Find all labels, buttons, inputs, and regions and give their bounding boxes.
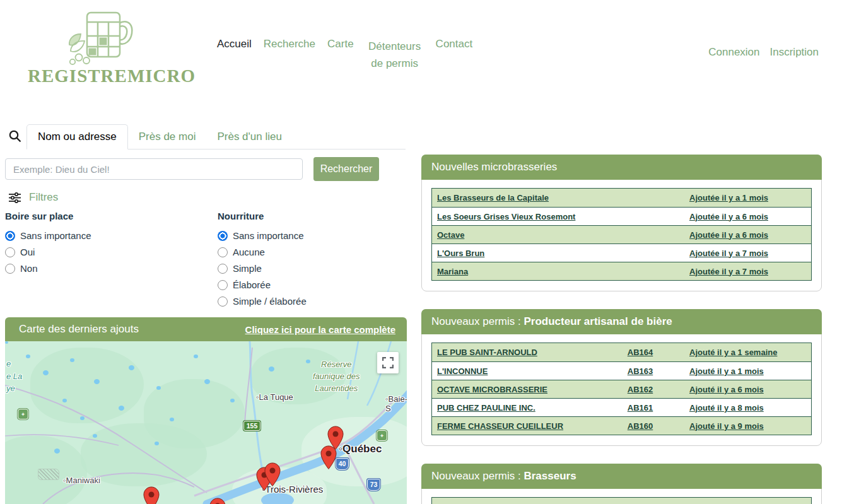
table-row: L'INCONNUEAB163Ajouté il y a 1 mois (432, 361, 811, 380)
row-name-link[interactable]: Les Brasseurs de la Capitale (432, 193, 687, 202)
radio-option-simple[interactable]: Simple (218, 263, 307, 274)
row-added-link[interactable]: Ajouté il y a 8 mois (672, 403, 811, 413)
map-marker-pin[interactable] (143, 486, 160, 504)
radio-label: Simple / élaborée (233, 296, 307, 307)
radio-button[interactable] (218, 247, 228, 257)
signup-link[interactable]: Inscription (770, 46, 819, 59)
table-row: OctaveAjoutée il y a 6 mois (432, 225, 811, 243)
panel-title-prefix: Nouveaux permis : (431, 315, 523, 328)
nav-item-detenteurs-de-permis[interactable]: Détenteurs de permis (366, 38, 424, 72)
map-marker-pin[interactable] (209, 498, 226, 504)
recent-map-panel: Carte des derniers ajouts Cliquez ici po… (5, 317, 407, 504)
route-shield-73: 73 (367, 479, 380, 491)
row-added-link[interactable]: Ajoutée il y a 7 mois (687, 267, 811, 276)
radio-button[interactable] (5, 264, 15, 274)
row-added-link[interactable]: Ajouté il y a 9 mois (672, 421, 811, 431)
nav-item-recherche[interactable]: Recherche (264, 38, 315, 50)
row-name-link[interactable]: Mariana (432, 267, 687, 276)
row-name-link[interactable]: OCTAVE MICROBRASSERIE (432, 385, 609, 394)
tab-nom-ou-adresse[interactable]: Nom ou adresse (26, 124, 128, 149)
panel-header: Nouveaux permis : Producteur artisanal d… (421, 309, 822, 334)
radio-label: Élaborée (233, 279, 271, 290)
fullscreen-icon (382, 357, 394, 368)
map-canvas[interactable]: Réserve faunique des Laurentidese e La y… (5, 341, 407, 504)
radio-button[interactable] (5, 231, 15, 241)
panel-title: Nouvelles microbrasseries (431, 161, 557, 173)
map-label-quebec: ◦Québec (339, 443, 382, 455)
search-icon (8, 129, 22, 143)
row-name-link[interactable]: FERME CHASSEUR CUEILLEUR (432, 421, 609, 431)
row-name-link[interactable]: L'INCONNUE (432, 366, 609, 376)
radio-button[interactable] (218, 264, 228, 274)
row-permit-link[interactable]: AB160 (609, 421, 672, 431)
radio-label: Sans importance (233, 230, 304, 241)
nav-item-contact[interactable]: Contact (436, 38, 473, 50)
full-map-link[interactable]: Cliquez ici pour la carte complète (245, 324, 395, 335)
row-permit-link[interactable]: AB161 (609, 403, 672, 413)
nav-item-accueil[interactable]: Accueil (217, 38, 252, 50)
nav-item-carte[interactable]: Carte (327, 38, 354, 50)
radio-button[interactable] (5, 247, 15, 257)
map-label-maniwaki: ◦Maniwaki (63, 476, 100, 485)
row-permit-link[interactable]: AB162 (609, 385, 672, 394)
row-name-link[interactable]: PUB CHEZ PAULINE INC. (432, 403, 609, 413)
map-label-reserve-faunique-des-laurentides: Réserve faunique des Laurentides (313, 359, 360, 395)
radio-label: Simple (233, 263, 262, 274)
radio-option-elaboree[interactable]: Élaborée (218, 279, 307, 290)
radio-label: Aucune (233, 247, 265, 257)
fullscreen-button[interactable] (377, 352, 399, 373)
table-row (432, 498, 811, 504)
row-added-link[interactable]: Ajouté il y a 6 mois (672, 385, 811, 394)
row-added-link[interactable]: Ajoutée il y a 1 mois (687, 193, 811, 202)
radio-option-oui[interactable]: Oui (5, 247, 93, 257)
park-icon: ✦ (377, 430, 387, 441)
radio-button[interactable] (218, 296, 228, 307)
search-tabs: Nom ou adressePrès de moiPrès d'un lieu (26, 124, 293, 149)
brand-name: REGISTREMICRO (28, 66, 185, 86)
row-name-link[interactable]: Octave (432, 230, 687, 240)
microbreweries-table: Les Brasseurs de la CapitaleAjoutée il y… (431, 188, 812, 281)
row-added-link[interactable]: Ajouté il y a 1 mois (672, 366, 811, 376)
site-logo[interactable]: REGISTREMICRO (28, 5, 185, 86)
tab-pres-dun-lieu[interactable]: Près d'un lieu (206, 124, 292, 149)
tab-pres-de-moi[interactable]: Près de moi (128, 124, 207, 149)
row-permit-link[interactable]: AB163 (609, 366, 672, 376)
row-added-link[interactable]: Ajoutée il y a 6 mois (687, 230, 811, 240)
search-button[interactable]: Rechercher (313, 157, 379, 181)
map-label-la-tuque: ◦La Tuque (256, 392, 293, 402)
page: REGISTREMICRO AccueilRechercheCarteDéten… (0, 0, 842, 504)
panel-title-bold: Producteur artisanal de bière (523, 315, 672, 328)
map-panel-title: Carte des derniers ajouts (19, 323, 139, 336)
row-added-link[interactable]: Ajoutée il y a 7 mois (687, 249, 811, 258)
search-input[interactable] (5, 158, 303, 180)
row-added-link[interactable]: Ajoutée il y a 6 mois (687, 212, 811, 221)
panel-header: Nouvelles microbrasseries (421, 155, 822, 180)
table-row: OCTAVE MICROBRASSERIEAB162Ajouté il y a … (432, 380, 811, 398)
login-link[interactable]: Connexion (708, 46, 759, 59)
radio-label: Oui (20, 247, 35, 257)
new-permits-brewers-panel: Nouveaux permis : Brasseurs (421, 464, 822, 504)
radio-option-simple-elaboree[interactable]: Simple / élaborée (218, 296, 307, 307)
radio-button[interactable] (218, 280, 228, 290)
map-marker-pin[interactable] (320, 445, 337, 469)
filter-group-label: Boire sur place (5, 211, 93, 221)
radio-button[interactable] (218, 231, 228, 241)
map-marker-pin[interactable] (264, 462, 281, 486)
row-name-link[interactable]: L'Ours Brun (432, 249, 687, 258)
row-name-link[interactable]: Les Soeurs Grises Vieux Rosemont (432, 212, 687, 221)
filter-group-boire-sur-place: Boire sur placeSans importanceOuiNon (5, 211, 93, 312)
permits-brewers-table (431, 497, 812, 504)
filters-header[interactable]: Filtres (9, 191, 58, 204)
row-name-link[interactable]: LE PUB SAINT-ARNOULD (432, 348, 609, 357)
radio-option-aucune[interactable]: Aucune (218, 247, 307, 257)
radio-option-non[interactable]: Non (5, 263, 93, 274)
radio-option-sans-importance[interactable]: Sans importance (5, 230, 93, 241)
radio-option-sans-importance[interactable]: Sans importance (218, 230, 307, 241)
row-added-link[interactable]: Ajouté il y a 1 semaine (672, 348, 811, 357)
town-area-patch (38, 469, 59, 480)
panel-title-bold: Brasseurs (523, 470, 576, 483)
table-row: MarianaAjoutée il y a 7 mois (432, 262, 811, 280)
permits-artisanal-table: LE PUB SAINT-ARNOULDAB164Ajouté il y a 1… (431, 343, 812, 435)
table-row: L'Ours BrunAjoutée il y a 7 mois (432, 243, 811, 262)
row-permit-link[interactable]: AB164 (609, 348, 672, 357)
